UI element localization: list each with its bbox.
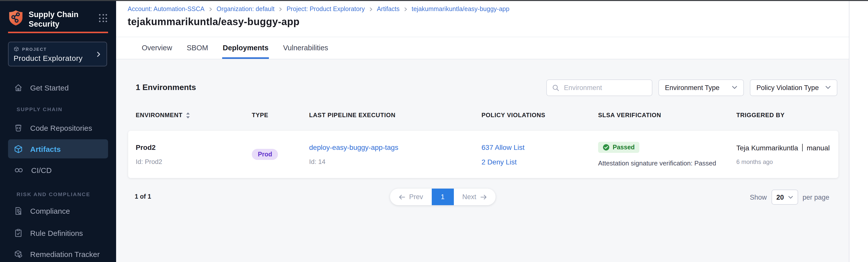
triggered-by-name: Teja Kummarikuntla xyxy=(736,144,798,152)
page-size-control: Show 20 per page xyxy=(750,190,829,205)
chevron-right-icon xyxy=(369,7,373,11)
page-size-select[interactable]: 20 xyxy=(771,190,798,205)
pagination: Prev 1 Next xyxy=(390,188,495,205)
pagination-summary: 1 of 1 xyxy=(135,193,151,200)
triggered-time: 6 months ago xyxy=(736,158,838,165)
box-tag-icon xyxy=(13,249,23,259)
environment-cell: Prod2 Id: Prod2 xyxy=(136,131,252,178)
allow-list-link[interactable]: 637 Allow List xyxy=(482,143,598,151)
tab-sbom[interactable]: SBOM xyxy=(186,38,209,59)
slsa-detail: Attestation signature verification: Pass… xyxy=(598,159,736,167)
chevron-down-icon xyxy=(825,86,831,89)
environment-type-filter[interactable]: Environment Type xyxy=(658,79,744,96)
sidebar-item-label: Compliance xyxy=(30,206,70,215)
pipeline-cell: deploy-easy-buggy-app-tags Id: 14 xyxy=(309,131,482,178)
pipeline-id: Id: 14 xyxy=(309,158,482,166)
code-repository-icon xyxy=(13,123,23,133)
column-header-slsa-verification: SLSA VERIFICATION xyxy=(598,112,736,119)
app-window: Supply Chain Security PROJECT Product Ex… xyxy=(0,0,868,262)
breadcrumb-organization[interactable]: Organization: default xyxy=(217,5,275,12)
environment-search-input[interactable] xyxy=(563,83,654,92)
sidebar-item-code-repositories[interactable]: Code Repositories xyxy=(8,121,108,134)
app-title: Supply Chain Security xyxy=(29,9,88,29)
tab-deployments[interactable]: Deployments xyxy=(222,38,269,59)
sidebar-item-label: CI/CD xyxy=(31,166,52,174)
sidebar-item-get-started[interactable]: Get Started xyxy=(8,81,108,94)
check-circle-icon xyxy=(602,144,610,151)
sidebar-item-remediation-tracker[interactable]: Remediation Tracker xyxy=(8,248,108,261)
home-icon xyxy=(13,83,23,92)
trigger-type: manual xyxy=(807,144,830,152)
environments-count-heading: 1 Environments xyxy=(136,83,196,92)
pipeline-link[interactable]: deploy-easy-buggy-app-tags xyxy=(309,143,482,151)
column-header-last-pipeline-execution: LAST PIPELINE EXECUTION xyxy=(309,112,482,119)
project-label: PROJECT xyxy=(22,47,47,52)
deployments-content: 1 Environments Environment Type xyxy=(116,59,849,262)
environment-id: Id: Prod2 xyxy=(136,158,252,166)
environment-row[interactable]: Prod2 Id: Prod2 Prod deploy-easy-buggy-a… xyxy=(128,131,838,178)
type-cell: Prod xyxy=(252,131,309,178)
environment-search xyxy=(546,79,652,96)
supply-chain-security-logo-icon xyxy=(8,9,24,26)
module-grid-icon[interactable] xyxy=(99,14,108,23)
sidebar-section-risk-and-compliance: RISK AND COMPLIANCE xyxy=(17,191,90,197)
breadcrumb-artifact-name[interactable]: tejakummarikuntla/easy-buggy-app xyxy=(412,5,509,12)
cube-icon xyxy=(13,144,23,154)
chevron-right-icon xyxy=(209,7,213,11)
project-selector[interactable]: PROJECT Product Exploratory xyxy=(8,42,107,66)
tab-bar: Overview SBOM Deployments Vulnerabilitie… xyxy=(116,38,849,59)
sidebar-item-artifacts[interactable]: Artifacts xyxy=(8,139,108,158)
tab-overview[interactable]: Overview xyxy=(141,38,173,59)
table-header-row: ENVIRONMENT TYPE LAST PIPELINE EXECUTION… xyxy=(136,112,837,119)
cube-icon xyxy=(13,46,19,52)
infinity-icon xyxy=(13,165,24,175)
toolbar: 1 Environments Environment Type xyxy=(136,79,837,96)
breadcrumb: Account: Automation-SSCA Organization: d… xyxy=(128,5,509,12)
clipboard-check-icon xyxy=(13,228,23,238)
next-page-button[interactable]: Next xyxy=(454,188,496,205)
breadcrumb-account[interactable]: Account: Automation-SSCA xyxy=(128,5,205,12)
sidebar-item-cicd[interactable]: CI/CD xyxy=(8,164,108,176)
column-header-environment[interactable]: ENVIRONMENT xyxy=(136,112,252,119)
tab-vulnerabilities[interactable]: Vulnerabilities xyxy=(282,38,329,59)
right-panel-gutter xyxy=(849,1,868,262)
column-header-type: TYPE xyxy=(252,112,309,119)
sidebar-item-label: Rule Definitions xyxy=(30,229,83,237)
page-number-button[interactable]: 1 xyxy=(432,188,454,205)
sidebar-item-compliance[interactable]: Compliance xyxy=(8,204,108,217)
page-title: tejakummarikuntla/easy-buggy-app xyxy=(128,16,300,28)
policy-violations-cell: 637 Allow List 2 Deny List xyxy=(482,131,598,178)
deny-list-link[interactable]: 2 Deny List xyxy=(482,158,598,166)
chevron-down-icon xyxy=(788,195,793,199)
triggered-by-cell: Teja Kummarikuntla manual 6 months ago xyxy=(736,131,838,178)
sort-icon[interactable] xyxy=(185,112,190,118)
breadcrumb-project[interactable]: Project: Product Exploratory xyxy=(286,5,365,12)
chevron-down-icon xyxy=(732,86,737,89)
chevron-right-icon xyxy=(278,7,282,11)
page-header: Account: Automation-SSCA Organization: d… xyxy=(116,1,849,37)
prev-page-button[interactable]: Prev xyxy=(390,188,432,205)
breadcrumb-artifacts[interactable]: Artifacts xyxy=(377,5,400,12)
slsa-status-badge: Passed xyxy=(598,142,639,153)
project-name: Product Exploratory xyxy=(13,54,101,62)
search-icon xyxy=(552,84,559,91)
show-label: Show xyxy=(750,193,767,201)
sidebar-item-label: Artifacts xyxy=(30,145,61,153)
slsa-verification-cell: Passed Attestation signature verificatio… xyxy=(598,131,736,178)
brand-accent-underline xyxy=(8,32,108,33)
column-header-triggered-by: TRIGGERED BY xyxy=(736,112,837,119)
sidebar-section-supply-chain: SUPPLY CHAIN xyxy=(17,106,63,112)
sidebar-item-label: Remediation Tracker xyxy=(30,250,100,258)
app-logo-row[interactable]: Supply Chain Security xyxy=(8,9,108,29)
arrow-left-icon xyxy=(399,194,406,200)
sidebar-item-label: Code Repositories xyxy=(30,123,92,132)
sidebar-item-label: Get Started xyxy=(30,83,69,92)
chevron-right-icon xyxy=(404,7,408,11)
document-search-icon xyxy=(13,206,23,215)
sidebar-item-rule-definitions[interactable]: Rule Definitions xyxy=(8,226,108,239)
environment-type-badge: Prod xyxy=(252,149,278,160)
sidebar: Supply Chain Security PROJECT Product Ex… xyxy=(0,1,116,262)
chevron-right-icon xyxy=(95,51,101,58)
policy-violation-type-filter[interactable]: Policy Violation Type xyxy=(750,79,837,96)
environment-name: Prod2 xyxy=(136,143,252,151)
